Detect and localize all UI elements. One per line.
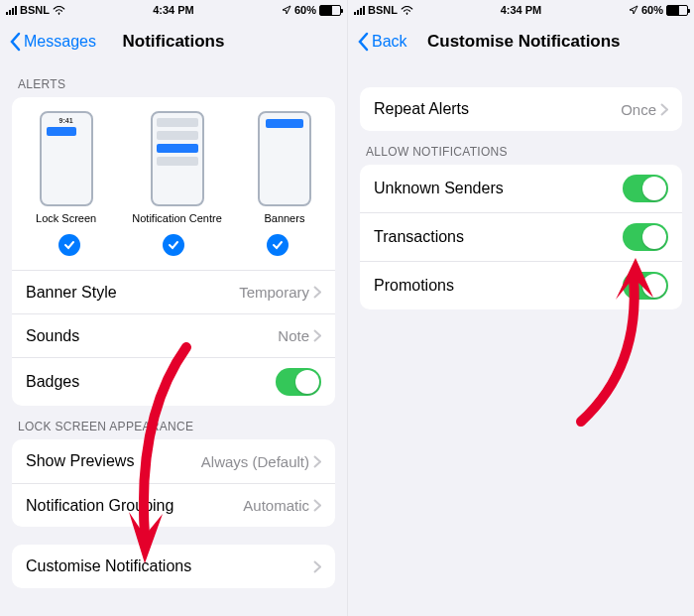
carrier-label: BSNL — [20, 4, 50, 16]
nav-bar: Back Customise Notifications — [348, 20, 694, 63]
battery-pct: 60% — [641, 4, 663, 16]
repeat-alerts-label: Repeat Alerts — [374, 100, 469, 118]
alerts-header: ALERTS — [0, 63, 347, 97]
status-bar: BSNL 4:34 PM 60% — [0, 0, 347, 20]
wifi-icon — [401, 6, 413, 15]
svg-point-0 — [58, 12, 60, 14]
lock-screen-option[interactable]: 9:41 Lock Screen — [36, 111, 96, 224]
battery-pct: 60% — [294, 4, 316, 16]
chevron-right-icon — [313, 499, 321, 512]
transactions-toggle[interactable] — [623, 223, 668, 251]
chevron-right-icon — [313, 560, 321, 573]
page-title: Customise Notifications — [427, 32, 694, 52]
lock-screen-appearance-header: LOCK SCREEN APPEARANCE — [0, 406, 347, 439]
customise-notifications-label: Customise Notifications — [26, 557, 191, 575]
back-button[interactable]: Back — [358, 32, 407, 52]
badges-toggle[interactable] — [276, 368, 321, 396]
chevron-right-icon — [313, 286, 321, 299]
wifi-icon — [53, 6, 65, 15]
lock-screen-check[interactable] — [58, 234, 80, 256]
notification-grouping-row[interactable]: Notification Grouping Automatic — [12, 483, 335, 527]
lock-screen-icon: 9:41 — [40, 111, 93, 206]
back-label: Back — [372, 33, 407, 51]
carrier-label: BSNL — [368, 4, 398, 16]
transactions-row: Transactions — [360, 212, 682, 261]
show-previews-row[interactable]: Show Previews Always (Default) — [12, 439, 335, 483]
status-bar: BSNL 4:34 PM 60% — [348, 0, 694, 20]
back-button[interactable]: Messages — [10, 32, 96, 52]
chevron-right-icon — [660, 103, 668, 116]
screen-notifications: BSNL 4:34 PM 60% Messages Notifications … — [0, 0, 347, 616]
banners-option[interactable]: Banners — [258, 111, 311, 224]
signal-icon — [354, 6, 365, 15]
transactions-label: Transactions — [374, 228, 464, 246]
signal-icon — [6, 6, 17, 15]
chevron-left-icon — [10, 32, 22, 52]
promotions-label: Promotions — [374, 277, 454, 295]
back-label: Messages — [24, 33, 96, 51]
battery-icon — [319, 5, 341, 16]
banner-style-label: Banner Style — [26, 284, 117, 302]
location-icon — [629, 5, 638, 15]
unknown-senders-row: Unknown Senders — [360, 165, 682, 212]
status-time: 4:34 PM — [153, 4, 194, 16]
allow-notifications-header: ALLOW NOTIFICATIONS — [348, 131, 694, 165]
notification-centre-icon — [151, 111, 204, 206]
sounds-row[interactable]: Sounds Note — [12, 313, 335, 357]
status-time: 4:34 PM — [501, 4, 542, 16]
nav-bar: Messages Notifications — [0, 20, 347, 63]
badges-label: Badges — [26, 373, 79, 391]
banners-icon — [258, 111, 311, 206]
banner-style-row[interactable]: Banner Style Temporary — [12, 270, 335, 313]
chevron-right-icon — [313, 455, 321, 468]
customise-notifications-row[interactable]: Customise Notifications — [12, 545, 335, 588]
show-previews-label: Show Previews — [26, 452, 134, 470]
notification-centre-option[interactable]: Notification Centre — [132, 111, 222, 224]
notification-grouping-label: Notification Grouping — [26, 497, 174, 515]
location-icon — [282, 5, 291, 15]
notification-centre-check[interactable] — [163, 234, 184, 256]
alerts-preview-row: 9:41 Lock Screen Notification Centre — [12, 97, 335, 228]
repeat-alerts-row[interactable]: Repeat Alerts Once — [360, 87, 682, 131]
promotions-row: Promotions — [360, 261, 682, 309]
banners-check[interactable] — [267, 234, 289, 256]
sounds-label: Sounds — [26, 327, 79, 345]
svg-point-1 — [406, 12, 408, 14]
unknown-senders-label: Unknown Senders — [374, 180, 504, 197]
unknown-senders-toggle[interactable] — [623, 175, 668, 202]
screen-customise-notifications: BSNL 4:34 PM 60% Back Customise Notifica… — [347, 0, 694, 616]
chevron-right-icon — [313, 329, 321, 342]
chevron-left-icon — [358, 32, 370, 52]
battery-icon — [666, 5, 688, 16]
badges-row: Badges — [12, 357, 335, 406]
promotions-toggle[interactable] — [623, 272, 668, 300]
